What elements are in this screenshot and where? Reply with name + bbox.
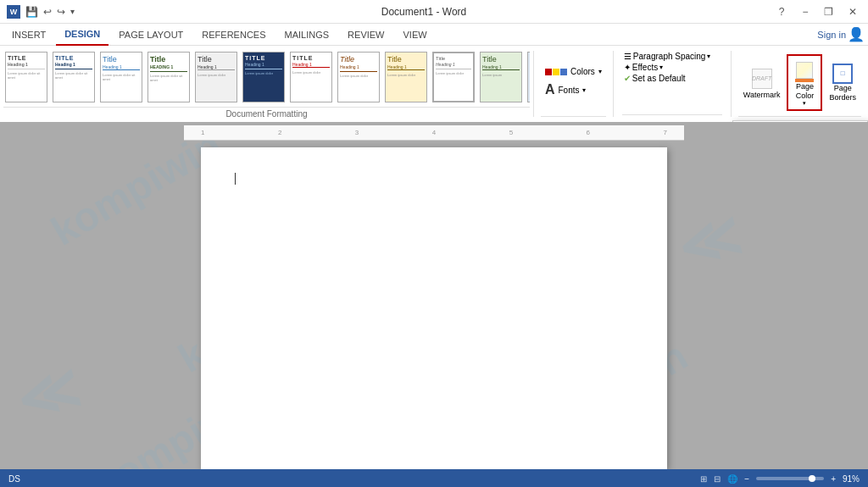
theme-item-7[interactable]: TITLE Heading 1 Lorem ipsum dolor <box>288 49 334 105</box>
status-bar: DS ⊞ ⊟ 🌐 − + 91% <box>0 469 868 487</box>
zoom-plus-button[interactable]: + <box>831 474 836 484</box>
watermark-icon: DRAFT <box>750 67 774 91</box>
theme-item-9[interactable]: Title Heading 1 Lorem ipsum dolor <box>383 49 429 105</box>
view-web-icon[interactable]: 🌐 <box>727 474 737 484</box>
theme-item-1[interactable]: TITLE Heading 1 Lorem ipsum dolor sit am… <box>3 49 49 105</box>
themes-section-label: Document Formatting <box>3 107 530 120</box>
watermark-label: Watermark <box>743 91 781 99</box>
fonts-icon: A <box>545 83 555 97</box>
set-as-default-button[interactable]: ✔ Set as Default <box>622 73 722 84</box>
text-cursor <box>235 173 236 185</box>
theme-item-8[interactable]: Title Heading 1 Lorem ipsum dolor <box>336 49 381 105</box>
window-controls: ? − ❐ ✕ <box>773 3 861 20</box>
tab-review[interactable]: REVIEW <box>339 24 392 46</box>
ruler: 1 2 3 4 5 6 7 <box>184 125 684 141</box>
help-button[interactable]: ? <box>773 3 790 20</box>
ribbon-content: TITLE Heading 1 Lorem ipsum dolor sit am… <box>0 46 868 122</box>
theme-item-3[interactable]: Title Heading 1 Lorem ipsum dolor sit am… <box>98 49 144 105</box>
divider-1 <box>533 51 534 117</box>
quick-access-save[interactable]: 💾 <box>25 6 38 18</box>
watermark-button[interactable]: DRAFT Watermark <box>738 64 786 102</box>
page-buttons-row: DRAFT Watermark PageColor ▾ □ PageBor <box>738 49 861 116</box>
paragraph-spacing-button[interactable]: ☰ Paragraph Spacing ▾ <box>622 51 722 62</box>
tab-references[interactable]: REFERENCES <box>193 24 274 46</box>
sign-in-link[interactable]: Sign in <box>817 30 846 40</box>
title-bar: W 💾 ↩ ↪ ▾ Document1 - Word ? − ❐ ✕ <box>0 0 868 24</box>
page-section: DRAFT Watermark PageColor ▾ □ PageBor <box>735 47 865 120</box>
document-area: kompiwin kompiwin kompiwin kompiwin komp… <box>0 122 868 469</box>
colors-fonts-label <box>541 116 606 119</box>
theme-item-10[interactable]: Title Heading 1 Lorem ipsum dolor <box>431 49 476 105</box>
status-right: ⊞ ⊟ 🌐 − + 91% <box>700 474 860 484</box>
zoom-slider[interactable] <box>756 477 824 480</box>
page-color-icon <box>793 58 816 82</box>
page-borders-label: PageBorders <box>829 84 856 102</box>
quick-access-undo[interactable]: ↩ <box>43 6 52 18</box>
fonts-label: Fonts <box>558 86 579 95</box>
tab-view[interactable]: VIEW <box>395 24 436 46</box>
status-text: DS <box>8 474 20 484</box>
tab-page-layout[interactable]: PAGE LAYOUT <box>110 24 192 46</box>
theme-item-6[interactable]: TITLE Heading 1 Lorem ipsum dolor <box>241 49 287 105</box>
colors-button[interactable]: Colors ▾ <box>541 64 606 79</box>
color-dropdown-panel: Theme Colors <box>732 120 868 122</box>
tab-design[interactable]: DESIGN <box>56 24 108 46</box>
effects-button[interactable]: ✦ Effects ▾ <box>622 62 722 73</box>
ribbon: INSERT DESIGN PAGE LAYOUT REFERENCES MAI… <box>0 24 868 122</box>
ribbon-tabs: INSERT DESIGN PAGE LAYOUT REFERENCES MAI… <box>0 24 868 46</box>
title-bar-left: W 💾 ↩ ↪ ▾ <box>7 5 75 19</box>
theme-item-11[interactable]: Title Heading 1 Lorem ipsum <box>478 49 524 105</box>
themes-row: TITLE Heading 1 Lorem ipsum dolor sit am… <box>3 47 530 107</box>
view-layout-icon[interactable]: ⊟ <box>714 474 721 484</box>
themes-section: TITLE Heading 1 Lorem ipsum dolor sit am… <box>3 47 530 120</box>
divider-3 <box>731 51 732 117</box>
page-color-label: PageColor <box>796 82 815 101</box>
word-icon: W <box>7 5 20 19</box>
colors-fonts-section: Colors ▾ A Fonts ▾ <box>537 47 609 120</box>
paragraph-spacing-section: ☰ Paragraph Spacing ▾ ✦ Effects ▾ ✔ Set … <box>617 47 727 120</box>
quick-access-menu[interactable]: ▾ <box>70 7 75 16</box>
zoom-level[interactable]: 91% <box>843 474 860 484</box>
colors-label: Colors <box>570 67 595 76</box>
theme-item-5[interactable]: Title Heading 1 Lorem ipsum dolor <box>193 49 239 105</box>
quick-access-redo[interactable]: ↪ <box>57 6 65 18</box>
colors-icon <box>545 69 567 75</box>
page-borders-button[interactable]: □ PageBorders <box>824 60 861 106</box>
spacing-section-label <box>622 114 722 117</box>
tab-insert[interactable]: INSERT <box>3 24 54 46</box>
document-page[interactable] <box>201 147 667 469</box>
window-title: Document1 - Word <box>381 6 466 18</box>
zoom-thumb <box>809 475 815 482</box>
page-color-button[interactable]: PageColor ▾ <box>787 54 822 112</box>
zoom-minus-button[interactable]: − <box>744 474 749 484</box>
minimize-button[interactable]: − <box>797 3 814 20</box>
page-borders-icon: □ <box>832 64 853 84</box>
user-icon: 👤 <box>848 26 865 42</box>
theme-item-2[interactable]: TITLE Heading 1 Lorem ipsum dolor sit am… <box>51 49 97 105</box>
close-button[interactable]: ✕ <box>844 3 861 20</box>
tab-mailings[interactable]: MAILINGS <box>276 24 338 46</box>
fonts-button[interactable]: A Fonts ▾ <box>541 80 606 99</box>
restore-button[interactable]: ❐ <box>821 3 837 20</box>
divider-2 <box>613 51 614 117</box>
page-section-label <box>738 116 861 119</box>
view-normal-icon[interactable]: ⊞ <box>700 474 707 484</box>
theme-item-12[interactable]: Title Heading 1 Lorem ipsum <box>526 49 530 105</box>
theme-item-4[interactable]: Title HEADING 1 Lorem ipsum dolor sit am… <box>146 49 192 105</box>
